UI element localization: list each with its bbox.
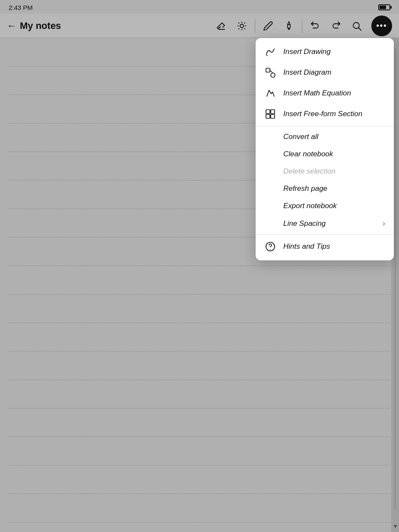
menu-item-insert-diagram[interactable]: Insert Diagram <box>256 62 394 83</box>
battery-icon <box>378 4 390 10</box>
menu-item-line-spacing[interactable]: Line Spacing › <box>256 215 394 232</box>
notebook-line <box>9 352 390 380</box>
notebook-line <box>9 294 390 323</box>
svg-line-7 <box>238 28 239 29</box>
svg-line-13 <box>359 28 361 30</box>
search-icon <box>352 21 362 31</box>
redo-icon <box>331 21 341 31</box>
question-icon <box>264 241 276 253</box>
search-button[interactable] <box>347 16 366 35</box>
notebook-line <box>9 494 390 522</box>
svg-rect-20 <box>271 114 275 118</box>
svg-line-4 <box>244 28 245 29</box>
diagram-icon <box>264 66 276 79</box>
drawing-icon <box>264 46 276 58</box>
menu-item-delete-selection: Delete selection <box>256 163 394 180</box>
redo-button[interactable] <box>326 16 345 35</box>
notebook-line <box>9 522 390 532</box>
notebook-line <box>9 408 390 437</box>
math-icon <box>264 87 276 99</box>
status-right <box>378 4 390 10</box>
svg-line-16 <box>270 70 273 73</box>
notebook-line <box>9 437 390 466</box>
pen-icon <box>263 21 273 31</box>
pen-button[interactable] <box>259 16 278 35</box>
menu-item-hints-tips[interactable]: Hints and Tips <box>256 236 394 257</box>
more-icon: ••• <box>377 21 387 30</box>
insert-math-label: Insert Math Equation <box>283 89 351 98</box>
brightness-button[interactable] <box>232 16 251 35</box>
svg-rect-18 <box>271 110 275 114</box>
svg-line-3 <box>238 22 239 23</box>
scroll-down-button[interactable]: ▾ <box>390 520 399 532</box>
menu-divider-1 <box>256 126 394 127</box>
svg-point-0 <box>240 24 244 28</box>
menu-item-insert-freeform[interactable]: Insert Free-form Section <box>256 104 394 124</box>
notebook-line <box>9 466 390 494</box>
convert-all-label: Convert all <box>283 133 318 141</box>
line-spacing-arrow-icon: › <box>383 219 385 228</box>
svg-rect-17 <box>266 110 270 114</box>
svg-rect-14 <box>266 68 270 72</box>
refresh-page-label: Refresh page <box>283 184 327 193</box>
eraser-icon <box>216 21 226 31</box>
scrollbar-track <box>395 48 396 510</box>
insert-diagram-label: Insert Diagram <box>283 68 331 77</box>
notebook-line <box>9 323 390 352</box>
insert-freeform-label: Insert Free-form Section <box>283 110 362 118</box>
menu-divider-2 <box>256 234 394 234</box>
back-button[interactable]: ← My notes <box>7 20 61 32</box>
toolbar-right: ••• <box>212 16 392 36</box>
brightness-icon <box>237 21 247 31</box>
svg-rect-9 <box>288 25 290 28</box>
toolbar-divider-2 <box>302 19 302 33</box>
toolbar-left: ← My notes <box>7 20 212 32</box>
status-time: 2:43 PM <box>9 4 33 11</box>
menu-item-insert-drawing[interactable]: Insert Drawing <box>256 41 394 62</box>
battery-fill <box>380 6 386 9</box>
delete-selection-label: Delete selection <box>283 167 336 176</box>
menu-item-convert-all[interactable]: Convert all <box>256 128 394 146</box>
insert-drawing-label: Insert Drawing <box>283 48 331 56</box>
notebook-line <box>9 266 390 294</box>
page-title: My notes <box>20 20 61 32</box>
highlighter-icon <box>284 21 294 31</box>
svg-point-22 <box>270 249 271 250</box>
hints-tips-label: Hints and Tips <box>283 242 330 251</box>
clear-notebook-label: Clear notebook <box>283 150 333 158</box>
eraser-button[interactable] <box>212 16 231 35</box>
toolbar-divider <box>255 19 255 33</box>
dropdown-menu: Insert Drawing Insert Diagram Insert Mat… <box>256 38 394 260</box>
status-bar: 2:43 PM <box>0 0 399 14</box>
export-notebook-label: Export notebook <box>283 202 337 210</box>
svg-line-8 <box>244 22 245 23</box>
undo-button[interactable] <box>306 16 325 35</box>
menu-item-refresh-page[interactable]: Refresh page <box>256 180 394 197</box>
main-toolbar: ← My notes <box>0 14 399 38</box>
undo-icon <box>310 21 320 31</box>
highlighter-button[interactable] <box>279 16 298 35</box>
notebook-line <box>9 380 390 408</box>
line-spacing-label: Line Spacing <box>283 219 326 228</box>
svg-point-15 <box>271 73 275 77</box>
menu-item-export-notebook[interactable]: Export notebook <box>256 197 394 215</box>
freeform-icon <box>264 108 276 120</box>
more-button[interactable]: ••• <box>371 16 392 36</box>
menu-item-clear-notebook[interactable]: Clear notebook <box>256 146 394 163</box>
svg-rect-19 <box>266 114 270 118</box>
back-arrow-icon: ← <box>7 21 16 31</box>
menu-item-insert-math[interactable]: Insert Math Equation <box>256 83 394 104</box>
